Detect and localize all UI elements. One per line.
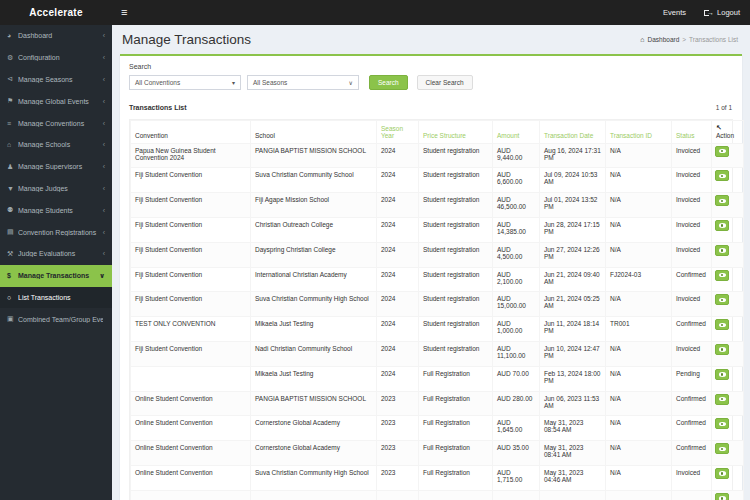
chevron-icon: ‹ [103,229,105,236]
col-season-year-sort[interactable]: Season Year [377,121,419,144]
cell-amount: AUD 14,385.00 [493,218,540,243]
eye-icon [719,149,726,154]
bookmark-icon: ▼ [7,185,18,192]
cell-transaction-date [540,490,606,500]
sidebar-item-list-transactions[interactable]: ○ List Transactions [0,287,112,309]
seasons-select-value: All Seasons [253,79,349,86]
cell-school: PANGIA BAPTIST MISSION SCHOOL [251,391,377,416]
cell-action [712,441,744,466]
cell-transaction-date: Jun 21, 2024 05:25 AM [540,292,606,317]
view-transaction-button[interactable] [715,220,729,231]
cell-school: Mikaela Just Testing [251,366,377,391]
logout-label: Logout [717,8,740,17]
sidebar-item-manage-students[interactable]: ⚉ Manage Students ‹ [0,199,112,221]
view-transaction-button[interactable] [715,493,729,500]
col-amount-sort[interactable]: Amount [493,121,540,144]
cell-convention: Fiji Student Convention [131,218,251,243]
transactions-panel: Search All Conventions ▾ All Seasons ∨ S… [120,54,742,500]
cell-school: Suva Christian Community High School [251,292,377,317]
cell-convention: Online Student Convention [131,466,251,491]
view-transaction-button[interactable] [715,294,729,305]
cell-convention: Online Student Convention [131,416,251,441]
table-row: Online Student Convention Cornerstone Gl… [131,441,744,466]
home-icon: ⌂ [640,36,644,43]
view-transaction-button[interactable] [715,245,729,256]
events-link[interactable]: Events [663,8,686,17]
cell-convention: Fiji Student Convention [131,342,251,367]
sidebar-item-combined-team-group-events[interactable]: ▣ Combined Team/Group Events [0,308,112,330]
sidebar-item-manage-schools[interactable]: ⌂ Manage Schools ‹ [0,134,112,156]
col-status-sort[interactable]: Status [672,121,712,144]
cell-status [672,490,712,500]
col-price-structure-sort[interactable]: Price Structure [419,121,493,144]
sidebar-item-manage-judges[interactable]: ▼ Manage Judges ‹ [0,178,112,200]
logout-link[interactable]: → Logout [704,8,740,17]
view-transaction-button[interactable] [715,394,729,405]
brand-logo[interactable]: Accelerate [0,0,112,25]
view-transaction-button[interactable] [715,468,729,479]
sidebar-item-manage-conventions[interactable]: ≡ Manage Conventions ‹ [0,112,112,134]
search-label: Search [129,63,733,70]
view-transaction-button[interactable] [715,195,729,206]
cell-transaction-id: N/A [606,292,672,317]
view-transaction-button[interactable] [715,443,729,454]
sidebar-item-convention-registrations[interactable]: ▤ Convention Registrations ‹ [0,221,112,243]
cell-school: Fiji Agape Mission School [251,193,377,218]
sidebar-toggle-button[interactable]: ≡ [121,7,127,18]
view-transaction-button[interactable] [715,170,729,181]
cell-amount: AUD 1,645.00 [493,416,540,441]
cell-transaction-date: May 31, 2023 04:46 AM [540,466,606,491]
chevron-icon: ‹ [103,250,105,257]
sidebar-item-dashboard[interactable]: ◕ Dashboard ‹ [0,25,112,47]
cell-transaction-id: N/A [606,342,672,367]
view-transaction-button[interactable] [715,146,729,157]
cell-school: Christian Outreach College [251,218,377,243]
view-transaction-button[interactable] [715,270,729,281]
cell-amount: AUD 9,440.00 [493,143,540,168]
table-row: Online Student Convention PANGIA BAPTIST… [131,391,744,416]
view-transaction-button[interactable] [715,319,729,330]
cell-amount: AUD 2,100.00 [493,267,540,292]
cell-status: Pending [672,366,712,391]
sidebar-item-manage-global-events[interactable]: ⚑ Manage Global Events ‹ [0,90,112,112]
view-transaction-button[interactable] [715,344,729,355]
sidebar-item-manage-seasons[interactable]: ⊲ Manage Seasons ‹ [0,69,112,91]
chevron-icon: ∨ [99,272,105,280]
eye-icon [719,298,726,303]
sidebar-item-configuration[interactable]: ⚙ Configuration ‹ [0,47,112,69]
col-transaction-date-sort[interactable]: Transaction Date [540,121,606,144]
cell-action [712,242,744,267]
cell-transaction-date: Jun 21, 2024 09:40 AM [540,267,606,292]
search-controls: All Conventions ▾ All Seasons ∨ Search C… [129,75,733,90]
cell-price-structure: Full Registration [419,441,493,466]
cell-status: Confirmed [672,441,712,466]
gears-icon: ⚙ [7,54,18,62]
breadcrumb-dashboard-link[interactable]: Dashboard [648,36,680,43]
cell-transaction-date: Aug 16, 2024 17:31 PM [540,143,606,168]
col-transaction-id-sort[interactable]: Transaction ID [606,121,672,144]
seasons-select[interactable]: All Seasons ∨ [247,75,359,90]
sidebar-item-judge-evaluations[interactable]: ⚒ Judge Evaluations ‹ [0,243,112,265]
cell-amount: AUD 1,715.00 [493,466,540,491]
sidebar-item-manage-supervisors[interactable]: ♟ Manage Supervisors ‹ [0,156,112,178]
main-content: Manage Transactions ⌂ Dashboard > Transa… [112,25,750,500]
dollar-icon: $ [7,272,18,279]
cell-price-structure: Student registration [419,292,493,317]
view-transaction-button[interactable] [715,418,729,429]
clear-search-button[interactable]: Clear Search [417,75,473,90]
cell-action [712,143,744,168]
cell-season-year: 2023 [377,391,419,416]
cell-amount: AUD 4,500.00 [493,242,540,267]
table-row: Fiji Student Convention Fiji Agape Missi… [131,193,744,218]
cell-status: Invoiced [672,342,712,367]
search-button[interactable]: Search [369,75,408,90]
cell-action [712,292,744,317]
cell-transaction-date: Jul 09, 2024 10:53 AM [540,168,606,193]
view-transaction-button[interactable] [715,369,729,380]
cell-amount: AUD 46,500.00 [493,193,540,218]
chevron-icon: ‹ [103,98,105,105]
conventions-select[interactable]: All Conventions ▾ [129,75,241,90]
cell-convention [131,366,251,391]
sidebar-item-manage-transactions[interactable]: $ Manage Transactions ∨ [0,265,112,287]
eye-icon [719,323,726,328]
